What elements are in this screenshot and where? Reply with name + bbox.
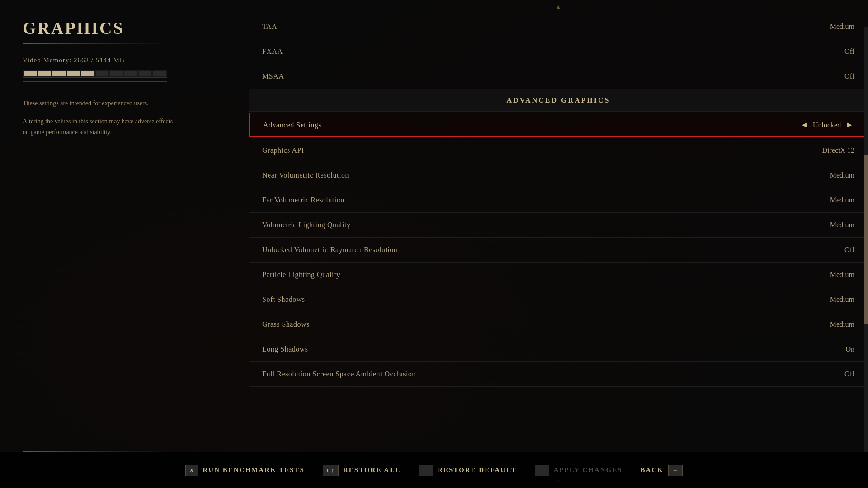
setting-value-soft-shadows: Medium xyxy=(830,296,854,304)
scrollbar-thumb[interactable] xyxy=(864,155,868,324)
setting-value-full-resolution-ssao: Off xyxy=(844,370,854,378)
setting-value-advanced: Unlocked xyxy=(813,121,841,129)
setting-value-graphics-api: DirectX 12 xyxy=(822,146,854,155)
memory-segment-5 xyxy=(81,71,94,76)
toolbar-restore-all[interactable]: L↑ Restore All xyxy=(323,465,401,476)
setting-value-fxaa: Off xyxy=(844,47,854,56)
setting-row-fxaa[interactable]: FXAA Off xyxy=(249,39,868,64)
setting-row-particle-lighting[interactable]: Particle Lighting Quality Medium xyxy=(249,263,868,287)
setting-name-soft-shadows: Soft Shadows xyxy=(262,296,305,304)
title-divider xyxy=(23,43,167,44)
setting-name-fxaa: FXAA xyxy=(262,47,283,56)
setting-row-near-volumetric[interactable]: Near Volumetric Resolution Medium xyxy=(249,163,868,188)
setting-name-full-resolution-ssao: Full Resolution Screen Space Ambient Occ… xyxy=(262,370,416,378)
setting-name-long-shadows: Long Shadows xyxy=(262,345,308,353)
setting-row-volumetric-lighting[interactable]: Volumetric Lighting Quality Medium xyxy=(249,213,868,238)
toolbar-restore-default[interactable]: — Restore Default xyxy=(419,465,516,476)
warning-text: These settings are intended for experien… xyxy=(23,98,176,145)
setting-value-long-shadows: On xyxy=(845,345,854,353)
toolbar-benchmark[interactable]: X Run Benchmark Tests xyxy=(185,465,305,476)
page-container: Graphics Video Memory: 2662 / 5144 MB Th… xyxy=(0,0,868,488)
restore-default-label: Restore Default xyxy=(438,466,516,474)
toolbar-apply-changes[interactable]: — Apply Changes xyxy=(535,465,623,476)
setting-row-soft-shadows[interactable]: Soft Shadows Medium xyxy=(249,287,868,312)
apply-changes-label: Apply Changes xyxy=(554,466,623,474)
restore-all-label: Restore All xyxy=(343,466,401,474)
left-panel: Graphics Video Memory: 2662 / 5144 MB Th… xyxy=(0,0,249,488)
setting-name-near-volumetric: Near Volumetric Resolution xyxy=(262,171,349,179)
memory-segment-3 xyxy=(52,71,66,76)
setting-name-advanced: Advanced Settings xyxy=(263,121,321,129)
back-key: ← xyxy=(668,465,683,476)
setting-value-volumetric-lighting: Medium xyxy=(830,221,854,229)
restore-default-key: — xyxy=(419,465,433,476)
arrow-left-icon: ◄ xyxy=(800,120,808,130)
setting-name-volumetric-lighting: Volumetric Lighting Quality xyxy=(262,221,350,229)
memory-segment-4 xyxy=(67,71,80,76)
setting-value-unlocked-volumetric: Off xyxy=(844,246,854,254)
memory-segment-1 xyxy=(24,71,37,76)
scrollbar[interactable] xyxy=(864,27,868,452)
memory-segment-2 xyxy=(38,71,52,76)
setting-name-unlocked-volumetric: Unlocked Volumetric Raymarch Resolution xyxy=(262,246,397,254)
setting-row-grass-shadows[interactable]: Grass Shadows Medium xyxy=(249,312,868,337)
settings-list[interactable]: TAA Medium FXAA Off MSAA Off Advanced Gr… xyxy=(249,14,868,475)
benchmark-key: X xyxy=(185,465,198,476)
video-memory-section: Video Memory: 2662 / 5144 MB xyxy=(23,56,226,91)
section-header-text: Advanced Graphics xyxy=(507,96,610,104)
memory-segment-8 xyxy=(124,71,137,76)
page-title: Graphics xyxy=(23,18,226,38)
memory-bar-divider xyxy=(23,81,167,82)
memory-segment-10 xyxy=(153,71,166,76)
setting-value-taa: Medium xyxy=(830,23,854,31)
setting-name-grass-shadows: Grass Shadows xyxy=(262,320,310,328)
benchmark-label: Run Benchmark Tests xyxy=(203,466,305,474)
scroll-up-icon xyxy=(555,4,561,11)
setting-value-msaa: Off xyxy=(844,72,854,80)
apply-changes-key: — xyxy=(535,465,549,476)
setting-row-far-volumetric[interactable]: Far Volumetric Resolution Medium xyxy=(249,188,868,213)
setting-name-far-volumetric: Far Volumetric Resolution xyxy=(262,196,344,204)
setting-name-graphics-api: Graphics API xyxy=(262,146,304,155)
warning-text-2: Altering the values in this section may … xyxy=(23,116,176,138)
setting-row-graphics-api[interactable]: Graphics API DirectX 12 xyxy=(249,138,868,163)
setting-row-advanced-settings[interactable]: Advanced Settings ◄ Unlocked ► xyxy=(249,113,868,137)
setting-name-particle-lighting: Particle Lighting Quality xyxy=(262,271,340,279)
memory-segment-9 xyxy=(139,71,152,76)
setting-value-near-volumetric: Medium xyxy=(830,171,854,179)
setting-row-unlocked-volumetric[interactable]: Unlocked Volumetric Raymarch Resolution … xyxy=(249,238,868,263)
scroll-indicator-top xyxy=(249,0,868,14)
advanced-value-container: ◄ Unlocked ► xyxy=(800,120,854,130)
setting-row-msaa[interactable]: MSAA Off xyxy=(249,64,868,89)
setting-row-long-shadows[interactable]: Long Shadows On xyxy=(249,337,868,362)
restore-all-key: L↑ xyxy=(323,465,339,476)
bottom-toolbar: X Run Benchmark Tests L↑ Restore All — R… xyxy=(0,452,868,488)
setting-name-msaa: MSAA xyxy=(262,72,284,80)
arrow-right-icon: ► xyxy=(845,120,854,130)
setting-name-taa: TAA xyxy=(262,23,277,31)
back-label: Back xyxy=(641,466,664,474)
warning-text-1: These settings are intended for experien… xyxy=(23,98,176,109)
right-panel: TAA Medium FXAA Off MSAA Off Advanced Gr… xyxy=(249,0,868,488)
setting-row-taa[interactable]: TAA Medium xyxy=(249,14,868,39)
setting-value-particle-lighting: Medium xyxy=(830,271,854,279)
setting-row-full-resolution-ssao[interactable]: Full Resolution Screen Space Ambient Occ… xyxy=(249,362,868,387)
setting-value-far-volumetric: Medium xyxy=(830,196,854,204)
setting-value-grass-shadows: Medium xyxy=(830,320,854,328)
section-header-advanced-graphics: Advanced Graphics xyxy=(249,89,868,112)
memory-bar xyxy=(23,70,167,78)
memory-segment-6 xyxy=(96,71,109,76)
memory-segment-7 xyxy=(110,71,123,76)
toolbar-back[interactable]: Back ← xyxy=(641,465,683,476)
video-memory-label: Video Memory: 2662 / 5144 MB xyxy=(23,56,226,64)
